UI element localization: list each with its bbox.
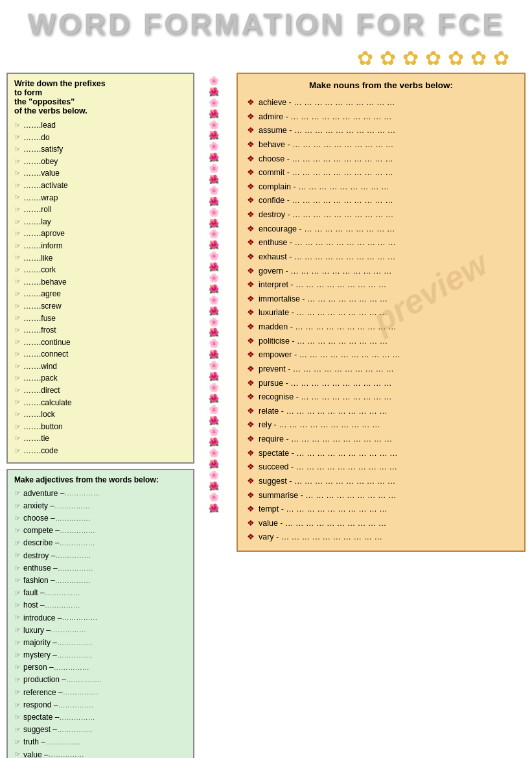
dots: …………… [57, 724, 93, 736]
adjectives-list: ☞adventure – ……………☞anxiety – ……………☞choos… [14, 488, 187, 758]
noun-word: choose - … … … … … … … … … … [259, 152, 393, 166]
prefix-item: ☞…….tie [14, 432, 187, 445]
prefix-item: ☞…….satisfy [14, 143, 187, 156]
adjectives-instruction: Make adjectives from the words below: [14, 475, 187, 484]
prefix-word: …….behave [23, 276, 67, 289]
prefix-item: ☞…….value [14, 167, 187, 180]
adj-item: ☞enthuse – …………… [14, 562, 187, 574]
diamond-icon: ❖ [247, 292, 255, 305]
noun-word: confide - … … … … … … … … … … [259, 194, 393, 207]
noun-item: ❖vary - … … … … … … … … … … [247, 530, 515, 544]
diamond-icon: ❖ [247, 460, 255, 473]
noun-word: require - … … … … … … … … … … [259, 432, 392, 446]
noun-item: ❖tempt - … … … … … … … … … … [247, 502, 515, 516]
noun-item: ❖spectate - … … … … … … … … … … [247, 446, 515, 460]
arrow-icon: ☞ [14, 120, 21, 131]
noun-item: ❖enthuse - … … … … … … … … … … [247, 235, 515, 250]
prefix-item: ☞…….fuse [14, 313, 187, 325]
prefix-item: ☞…….lead [14, 119, 187, 132]
diamond-icon: ❖ [247, 516, 255, 530]
prefix-item: ☞…….inform [14, 240, 187, 252]
noun-item: ❖admire - … … … … … … … … … … [247, 110, 515, 124]
adj-word: majority – [23, 637, 57, 649]
arrow-icon: ☞ [14, 513, 21, 525]
prefix-word: …….cork [23, 264, 56, 276]
arrow-icon: ☞ [14, 700, 21, 711]
prefix-word: …….button [23, 421, 63, 433]
prefix-item: ☞…….pack [14, 372, 187, 385]
page-title: WORD FORMATION FOR FCE [0, 0, 532, 47]
adj-item: ☞host – …………… [14, 599, 187, 611]
flower-top-5: ✿ [448, 47, 464, 69]
prefix-word: …….direct [23, 385, 60, 397]
adj-item: ☞spectate – …………… [14, 711, 187, 724]
arrow-icon: ☞ [14, 433, 21, 444]
arrow-icon: ☞ [14, 265, 21, 276]
prefix-word: …….like [23, 252, 52, 265]
adj-word: enthuse – [23, 562, 58, 574]
prefix-word: …….agree [23, 288, 61, 300]
diamond-icon: ❖ [247, 110, 255, 123]
prefix-word: …….inform [23, 240, 63, 252]
diamond-icon: ❖ [247, 137, 255, 151]
arrow-icon: ☞ [14, 289, 21, 300]
dots: …………… [58, 700, 93, 711]
dots: …………… [49, 749, 84, 758]
arrow-icon: ☞ [14, 587, 21, 599]
adj-word: anxiety – [23, 500, 54, 512]
prefix-word: …….calculate [23, 397, 72, 409]
arrow-icon: ☞ [14, 144, 21, 155]
arrow-icon: ☞ [14, 488, 21, 499]
diamond-icon: ❖ [247, 334, 255, 348]
adj-item: ☞respond – …………… [14, 699, 187, 711]
noun-item: ❖recognise - … … … … … … … … … [247, 390, 515, 404]
noun-word: summarise - … … … … … … … … … [259, 489, 397, 503]
arrow-icon: ☞ [14, 650, 21, 661]
prefix-item: ☞…….screw [14, 300, 187, 313]
adj-item: ☞production – …………… [14, 674, 187, 686]
prefix-word: …….code [23, 445, 58, 457]
dots: …………… [57, 637, 93, 649]
adj-item: ☞person – …………… [14, 661, 187, 674]
flower-top-7: ✿ [493, 47, 509, 69]
adj-word: reference – [23, 687, 63, 699]
diamond-icon: ❖ [247, 376, 255, 390]
prefix-item: ☞…….continue [14, 337, 187, 349]
adj-word: host – [23, 599, 45, 611]
dots: …………… [55, 550, 91, 562]
diamond-icon: ❖ [247, 474, 255, 488]
noun-word: politicise - … … … … … … … … … [259, 335, 387, 348]
arrow-icon: ☞ [14, 563, 21, 574]
noun-item: ❖rely - … … … … … … … … … … [247, 418, 515, 432]
prefix-item: ☞…….lay [14, 216, 187, 228]
noun-item: ❖madden - … … … … … … … … … … [247, 320, 515, 334]
diamond-icon: ❖ [247, 193, 255, 207]
prefix-word: …….satisfy [23, 143, 63, 156]
adj-item: ☞compete – …………… [14, 525, 187, 537]
dots: …………… [54, 501, 90, 512]
flower-top-3: ✿ [402, 47, 419, 69]
noun-word: tempt - … … … … … … … … … … [259, 503, 387, 516]
left-column: Write down the prefixesto formthe "oppos… [6, 73, 194, 758]
adj-item: ☞value – …………… [14, 749, 187, 758]
arrow-icon: ☞ [14, 217, 21, 228]
prefix-item: ☞…….like [14, 252, 187, 265]
adj-word: luxury – [23, 624, 51, 637]
prefix-word: …….pack [23, 372, 58, 385]
arrow-icon: ☞ [14, 228, 21, 239]
adj-word: spectate – [23, 711, 59, 724]
noun-word: exhaust - … … … … … … … … … … [259, 250, 395, 264]
dots: …………… [64, 488, 100, 499]
noun-word: empower - … … … … … … … … … … [259, 348, 400, 362]
arrow-icon: ☞ [14, 724, 21, 736]
diamond-icon: ❖ [247, 530, 255, 543]
prefix-word: …….fuse [23, 313, 56, 325]
adj-word: choose – [23, 512, 55, 525]
adj-word: adventure – [23, 488, 64, 500]
adj-word: suggest – [23, 724, 57, 736]
noun-item: ❖luxuriate - … … … … … … … … … [247, 305, 515, 320]
noun-item: ❖politicise - … … … … … … … … … [247, 334, 515, 348]
adj-item: ☞adventure – …………… [14, 488, 187, 500]
noun-word: rely - … … … … … … … … … … [259, 418, 380, 432]
main-content: Write down the prefixesto formthe "oppos… [0, 73, 532, 758]
